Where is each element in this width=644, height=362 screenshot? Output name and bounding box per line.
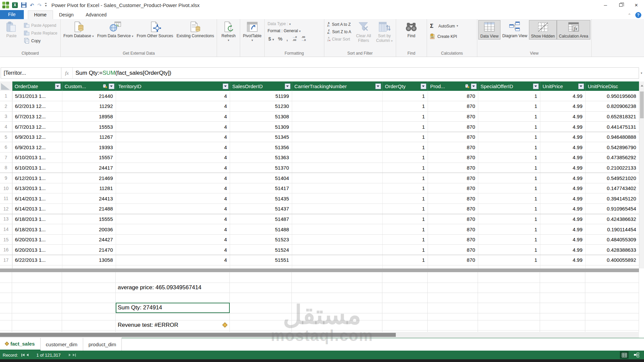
cell[interactable]: 51356 bbox=[230, 142, 292, 153]
cell[interactable]: 6/14/2013 1... bbox=[12, 204, 62, 214]
select-all-corner[interactable] bbox=[0, 81, 12, 91]
cell[interactable] bbox=[292, 224, 382, 235]
refresh-button[interactable]: Refresh ▾ bbox=[218, 20, 239, 42]
data-view-button[interactable]: Data View bbox=[478, 20, 500, 40]
calculation-area-button[interactable]: fx Calculation Area bbox=[557, 20, 590, 40]
cell[interactable]: 0.946480888 bbox=[585, 132, 639, 142]
cell[interactable] bbox=[292, 132, 382, 142]
cell[interactable]: 1 bbox=[478, 214, 540, 224]
sheet-tab-customer_dim[interactable]: customer_dim bbox=[41, 338, 83, 351]
filter-dropdown-icon[interactable] bbox=[223, 83, 228, 89]
cell[interactable]: 1 bbox=[382, 101, 428, 112]
cell[interactable] bbox=[292, 255, 382, 265]
from-data-service-button[interactable]: From Data Service ▾ bbox=[96, 20, 135, 39]
cell[interactable]: 0.549521020 bbox=[585, 173, 639, 183]
cell[interactable]: 4.99 bbox=[540, 214, 585, 224]
cell[interactable]: 870 bbox=[428, 193, 478, 204]
cell[interactable]: 4 bbox=[116, 91, 230, 101]
column-header[interactable]: UnitPriceDisc bbox=[585, 81, 639, 91]
sort-z-to-a-button[interactable]: ZA↓ Sort Z to A bbox=[325, 28, 353, 36]
cell[interactable]: 1 bbox=[478, 245, 540, 255]
column-header[interactable]: OrderQty bbox=[382, 81, 428, 91]
column-header[interactable]: Prod... bbox=[428, 81, 478, 91]
cell[interactable]: 870 bbox=[428, 224, 478, 235]
cell[interactable]: 51487 bbox=[230, 214, 292, 224]
cell[interactable]: 870 bbox=[428, 183, 478, 193]
cell[interactable]: 870 bbox=[428, 111, 478, 122]
previous-record-button[interactable] bbox=[26, 354, 29, 356]
cell[interactable]: 1 bbox=[478, 173, 540, 183]
row-number[interactable]: 8 bbox=[0, 163, 12, 173]
cell[interactable]: 1 bbox=[478, 255, 540, 265]
cell[interactable]: 1 bbox=[382, 245, 428, 255]
cell[interactable]: 0.381581880 bbox=[585, 265, 639, 268]
cell[interactable]: 24417 bbox=[62, 163, 116, 173]
cell[interactable]: 6/18/2013 1... bbox=[12, 224, 62, 235]
customize-toolbar-icon[interactable]: ▾ bbox=[45, 3, 47, 7]
sort-a-to-z-button[interactable]: AZ↓ Sort A to Z bbox=[325, 21, 353, 28]
cell[interactable]: 0.910965454 bbox=[585, 204, 639, 214]
cell[interactable]: 1 bbox=[382, 111, 428, 122]
cell[interactable]: 870 bbox=[428, 153, 478, 163]
from-database-button[interactable]: From Database ▾ bbox=[62, 20, 96, 39]
cell[interactable]: 51370 bbox=[230, 163, 292, 173]
cell[interactable]: 4.99 bbox=[540, 163, 585, 173]
cell[interactable]: 870 bbox=[428, 255, 478, 265]
cell[interactable]: 0.441475131 bbox=[585, 122, 639, 132]
row-number[interactable]: 14 bbox=[0, 224, 12, 235]
cell[interactable]: 6/10/2013 1... bbox=[12, 163, 62, 173]
create-kpi-button[interactable]: Create KPI bbox=[428, 33, 476, 40]
cell[interactable]: 870 bbox=[428, 163, 478, 173]
cell[interactable]: 0.190114454 bbox=[585, 224, 639, 235]
cell[interactable]: 51524 bbox=[230, 245, 292, 255]
cell[interactable]: 4.99 bbox=[540, 173, 585, 183]
undo-icon[interactable]: ↶ bbox=[30, 3, 34, 8]
cell[interactable]: 0.428388633 bbox=[585, 245, 639, 255]
minimize-button[interactable]: ─ bbox=[598, 0, 613, 10]
currency-format-button[interactable]: $ ▾ bbox=[268, 36, 274, 42]
cell[interactable]: 4 bbox=[116, 153, 230, 163]
increase-decimal-button[interactable]: →.0.00 bbox=[292, 36, 297, 42]
cell[interactable]: 4 bbox=[116, 142, 230, 153]
cell[interactable]: 4 bbox=[116, 265, 230, 268]
existing-connections-button[interactable]: Existing Connections bbox=[175, 20, 216, 39]
cell[interactable]: 51435 bbox=[230, 193, 292, 204]
thousands-separator-button[interactable]: , bbox=[286, 36, 288, 42]
cell[interactable]: 6/18/2013 1... bbox=[12, 214, 62, 224]
cell[interactable]: 4 bbox=[116, 214, 230, 224]
cell[interactable]: 20036 bbox=[62, 224, 116, 235]
filter-dropdown-icon[interactable] bbox=[578, 83, 584, 89]
row-number[interactable]: 13 bbox=[0, 214, 12, 224]
first-record-button[interactable] bbox=[21, 354, 24, 357]
cell[interactable]: 4.99 bbox=[540, 132, 585, 142]
cell[interactable]: 1 bbox=[382, 153, 428, 163]
clear-all-filters-button[interactable]: Clear All Filters bbox=[353, 20, 374, 44]
cell[interactable]: 21440 bbox=[62, 91, 116, 101]
cell[interactable]: 51199 bbox=[230, 91, 292, 101]
cell[interactable]: 21470 bbox=[62, 245, 116, 255]
cell[interactable] bbox=[292, 214, 382, 224]
cell[interactable]: 4 bbox=[116, 255, 230, 265]
cell[interactable]: 4 bbox=[116, 163, 230, 173]
row-number[interactable]: 11 bbox=[0, 193, 12, 204]
cell[interactable]: 4 bbox=[116, 224, 230, 235]
cell[interactable]: 870 bbox=[428, 204, 478, 214]
cell[interactable] bbox=[292, 153, 382, 163]
cell[interactable]: 51363 bbox=[230, 153, 292, 163]
row-number[interactable]: 2 bbox=[0, 101, 12, 112]
cell[interactable]: 15555 bbox=[62, 214, 116, 224]
cell[interactable]: 4.99 bbox=[540, 234, 585, 245]
redo-icon[interactable]: ↷ bbox=[38, 3, 42, 8]
cell[interactable]: 1 bbox=[478, 183, 540, 193]
tab-advanced[interactable]: Advanced bbox=[80, 11, 113, 19]
vertical-scrollbar-thumb[interactable] bbox=[640, 92, 644, 118]
cell[interactable]: 51230 bbox=[230, 101, 292, 112]
status-data-view-icon[interactable] bbox=[620, 351, 629, 359]
formula-input[interactable]: Sum Qty:=SUM(fact_sales[OrderQty]) bbox=[73, 68, 171, 78]
cell[interactable]: 4.99 bbox=[540, 91, 585, 101]
cell[interactable] bbox=[292, 91, 382, 101]
row-number[interactable]: 6 bbox=[0, 142, 12, 153]
cell[interactable]: 1 bbox=[478, 265, 540, 268]
sheet-tab-product_dim[interactable]: product_dim bbox=[83, 338, 122, 351]
cell[interactable]: 870 bbox=[428, 265, 478, 268]
